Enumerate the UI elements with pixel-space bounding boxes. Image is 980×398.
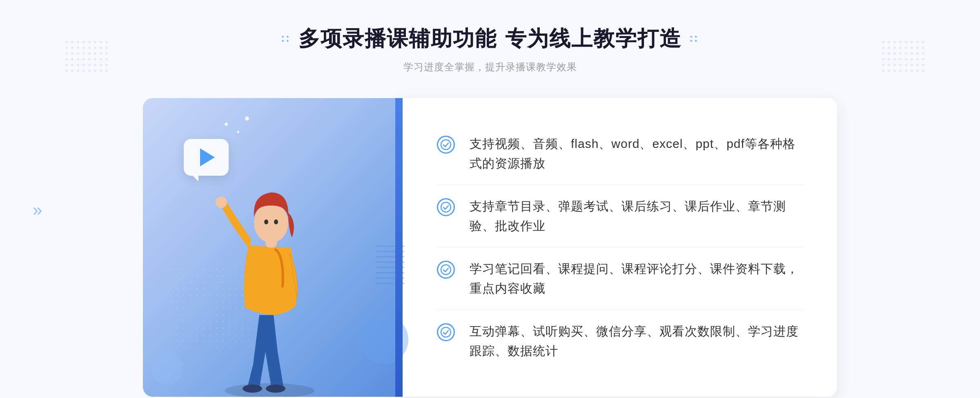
title-dots-right: ∷ — [690, 32, 699, 46]
title-dots-left: ∷ — [281, 32, 290, 46]
content-area: 支持视频、音频、flash、word、excel、ppt、pdf等各种格式的资源… — [143, 98, 837, 397]
check-icon-2 — [437, 198, 455, 216]
svg-point-1 — [216, 197, 227, 208]
feature-text-4: 互动弹幕、试听购买、微信分享、观看次数限制、学习进度跟踪、数据统计 — [470, 322, 804, 361]
page-container: » ∷ 多项录播课辅助功能 专为线上教学打造 ∷ 学习进度全掌握，提升录播课教学… — [0, 0, 980, 398]
svg-point-5 — [274, 219, 278, 224]
feature-item-4: 互动弹幕、试听购买、微信分享、观看次数限制、学习进度跟踪、数据统计 — [437, 310, 804, 372]
feature-text-3: 学习笔记回看、课程提问、课程评论打分、课件资料下载，重点内容收藏 — [470, 259, 804, 298]
check-circle-3 — [437, 261, 455, 279]
svg-point-7 — [266, 385, 285, 393]
check-circle-4 — [437, 323, 455, 341]
check-icon-3 — [437, 261, 455, 279]
check-circle-1 — [437, 136, 455, 154]
svg-point-3 — [254, 203, 288, 243]
illustration-panel — [143, 98, 396, 397]
content-panel: 支持视频、音频、flash、word、excel、ppt、pdf等各种格式的资源… — [396, 98, 837, 397]
check-icon-1 — [437, 136, 455, 154]
svg-point-10 — [441, 265, 451, 275]
svg-point-9 — [441, 202, 451, 212]
header-section: ∷ 多项录播课辅助功能 专为线上教学打造 ∷ 学习进度全掌握，提升录播课教学效果 — [281, 25, 699, 74]
svg-point-11 — [441, 327, 451, 337]
chevrons-left-decoration: » — [33, 200, 39, 220]
feature-item-1: 支持视频、音频、flash、word、excel、ppt、pdf等各种格式的资源… — [437, 123, 804, 185]
feature-text-1: 支持视频、音频、flash、word、excel、ppt、pdf等各种格式的资源… — [470, 134, 804, 173]
svg-point-8 — [441, 140, 451, 150]
svg-point-6 — [243, 385, 262, 393]
feature-text-2: 支持章节目录、弹题考试、课后练习、课后作业、章节测验、批改作业 — [470, 197, 804, 236]
feature-item-2: 支持章节目录、弹题考试、课后练习、课后作业、章节测验、批改作业 — [437, 185, 804, 248]
blue-accent-bar — [395, 98, 403, 397]
main-title: ∷ 多项录播课辅助功能 专为线上教学打造 ∷ — [281, 25, 699, 53]
decorative-dots-top-left — [65, 41, 98, 74]
check-circle-2 — [437, 198, 455, 216]
check-icon-4 — [437, 323, 455, 341]
title-text-left: 多项录播课辅助功能 — [298, 25, 497, 53]
decorative-dots-top-right — [882, 41, 915, 74]
circle-decoration-2 — [151, 352, 184, 385]
feature-item-3: 学习笔记回看、课程提问、课程评论打分、课件资料下载，重点内容收藏 — [437, 248, 804, 310]
subtitle: 学习进度全掌握，提升录播课教学效果 — [281, 60, 699, 74]
human-figure-illustration — [200, 152, 339, 397]
svg-point-4 — [264, 219, 268, 224]
title-text-right: 专为线上教学打造 — [505, 25, 682, 53]
